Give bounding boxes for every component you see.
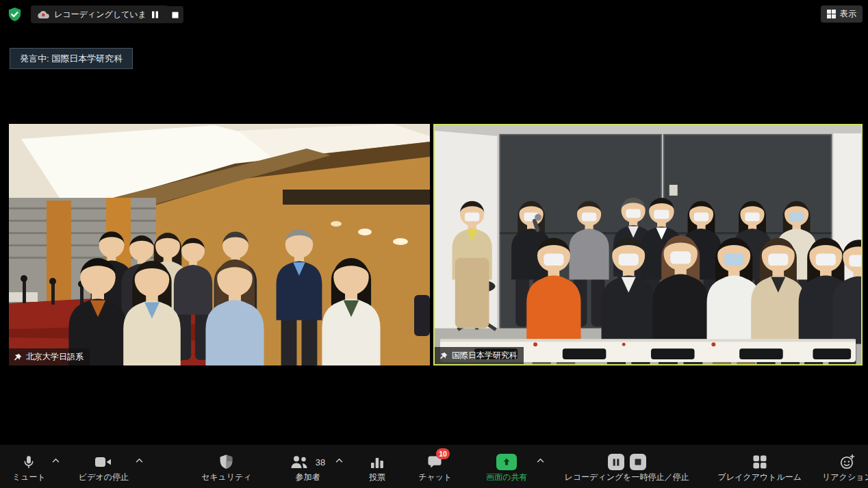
participants-label: 参加者 [295, 472, 320, 483]
participants-menu-chevron-icon[interactable] [335, 458, 343, 463]
mute-button[interactable]: ミュート [12, 451, 46, 488]
pause-recording-icon[interactable] [608, 454, 624, 470]
pause-icon [151, 11, 159, 18]
mute-label: ミュート [12, 472, 46, 483]
left-video-scene [9, 124, 430, 365]
stop-icon [172, 12, 179, 18]
video-name-tag: 国際日本学研究科 [435, 347, 524, 364]
video-name-tag: 北京大学日語系 [9, 348, 90, 365]
grid-view-icon [827, 10, 836, 18]
poll-chart-icon [370, 455, 385, 470]
participants-icon [290, 454, 309, 470]
share-menu-chevron-icon[interactable] [537, 458, 544, 463]
breakout-rooms-button[interactable]: ブレイクアウトルーム [718, 451, 802, 488]
right-video-scene [435, 125, 861, 364]
security-shield-icon [219, 454, 233, 470]
video-tile-peking-university[interactable]: 北京大学日語系 [9, 124, 430, 365]
view-button-label: 表示 [840, 8, 856, 20]
stop-recording-square-icon[interactable] [630, 454, 646, 470]
participants-count: 38 [316, 457, 325, 467]
active-speaker-banner: 発言中: 国際日本学研究科 [10, 48, 133, 69]
reactions-label: リアクション [822, 472, 868, 483]
meeting-toolbar: ミュート ビデオの停止 [0, 445, 868, 488]
video-camera-icon [94, 455, 112, 469]
stop-recording-button[interactable] [166, 6, 183, 23]
mute-menu-chevron-icon[interactable] [52, 458, 60, 463]
encryption-shield-icon[interactable] [7, 6, 23, 23]
breakout-rooms-icon [752, 454, 767, 470]
breakout-rooms-label: ブレイクアウトルーム [718, 472, 802, 483]
security-button[interactable]: セキュリティ [201, 451, 252, 488]
recording-status-text: レコーディングしています... [54, 9, 162, 21]
cloud-recording-icon [38, 10, 49, 19]
participants-button[interactable]: 38 参加者 [290, 451, 325, 488]
security-label: セキュリティ [201, 472, 252, 483]
share-screen-label: 画面の共有 [486, 472, 527, 483]
pause-stop-recording-button[interactable]: レコーディングを一時停止／停止 [565, 451, 689, 488]
video-name-label: 国際日本学研究科 [452, 350, 518, 361]
view-button[interactable]: 表示 [821, 5, 863, 23]
video-tile-international-japanese-studies[interactable]: 国際日本学研究科 [433, 124, 863, 365]
pause-stop-recording-label: レコーディングを一時停止／停止 [565, 472, 689, 483]
pause-recording-button[interactable] [146, 6, 164, 23]
stop-video-label: ビデオの停止 [79, 472, 129, 483]
polls-label: 投票 [369, 472, 385, 483]
zoom-meeting-window: レコーディングしています... 表示 発言中: 国際日本学研究科 [0, 0, 868, 488]
share-screen-button[interactable]: 画面の共有 [486, 451, 527, 488]
reactions-button[interactable]: リアクション [822, 451, 868, 488]
share-screen-icon [496, 454, 517, 470]
microphone-icon [21, 454, 36, 470]
pin-icon [14, 353, 22, 361]
chat-unread-badge: 10 [436, 448, 450, 459]
video-name-label: 北京大学日語系 [26, 351, 84, 363]
video-menu-chevron-icon[interactable] [136, 458, 143, 463]
chat-label: チャット [418, 472, 452, 483]
reactions-smiley-icon [839, 454, 856, 470]
stop-video-button[interactable]: ビデオの停止 [79, 451, 129, 488]
active-speaker-text: 発言中: 国際日本学研究科 [20, 53, 123, 65]
polls-button[interactable]: 投票 [369, 451, 385, 488]
pin-icon [439, 352, 448, 360]
chat-button[interactable]: 10 チャット [418, 451, 452, 488]
